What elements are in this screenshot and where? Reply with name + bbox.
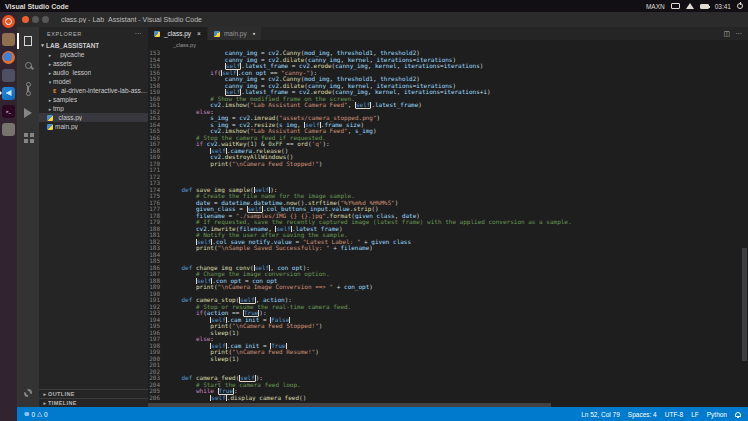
- code-line-206: 206 self.display_camera_feed(): [148, 395, 741, 402]
- explorer-activity-button[interactable]: [17, 29, 39, 53]
- editor-more-actions-icon[interactable]: ⋯: [735, 30, 742, 38]
- workspace-root-row[interactable]: ▾ LAB_ASSISTANT: [39, 40, 148, 50]
- sidebar-title: EXPLORER: [47, 31, 82, 37]
- folder-tmp[interactable]: ▸tmp: [39, 104, 148, 113]
- network-icon[interactable]: [686, 3, 694, 9]
- power-icon[interactable]: [737, 3, 743, 9]
- search-icon: [25, 62, 32, 69]
- sidebar-section-label: OUTLINE: [48, 391, 75, 397]
- extensions-icon: [24, 133, 28, 137]
- tree-item-label: _class.py: [55, 114, 82, 121]
- sidebar-section-outline[interactable]: ▸OUTLINE: [39, 389, 148, 398]
- python-file-icon: [214, 31, 220, 37]
- breadcrumb-file[interactable]: _class.py: [173, 42, 196, 48]
- vscode-window: _class.py - Lab_Assistant - Visual Studi…: [17, 12, 748, 421]
- extensions-activity-button[interactable]: [17, 125, 39, 149]
- run-debug-activity-button[interactable]: [17, 101, 39, 125]
- close-tab-icon[interactable]: ×: [197, 30, 201, 37]
- language-mode[interactable]: Python: [707, 411, 727, 418]
- battery-icon[interactable]: [700, 4, 709, 9]
- line-number: 206: [148, 395, 167, 402]
- file-ai-driven-interactive-lab-assistant...[interactable]: Eai-driven-interactive-lab-assistant...: [39, 86, 148, 95]
- system-indicators: MAXN 03:41: [646, 3, 743, 10]
- ubuntu-dash-icon[interactable]: [1, 14, 16, 28]
- tab-actions: ◫ ⋯: [717, 27, 748, 40]
- unity-launcher: >_: [0, 12, 17, 421]
- tree-item-label: samples: [53, 96, 77, 103]
- python-file-icon: [47, 115, 53, 121]
- source-control-activity-button[interactable]: [17, 77, 39, 101]
- breadcrumb[interactable]: _class.py: [148, 40, 748, 50]
- tab-label: _class.py: [164, 30, 191, 37]
- tree-item-label: main.py: [55, 123, 78, 130]
- sidebar-section-label: TIMELINE: [48, 400, 77, 406]
- tree-item-label: assets: [53, 60, 72, 67]
- tree-item-label: ai-driven-interactive-lab-assistant...: [61, 87, 148, 94]
- python-file-icon: [154, 31, 160, 37]
- file-tree: ▸__pycache__▸assets▸audio_lesson▾modelEa…: [39, 50, 148, 131]
- tree-item-label: audio_lesson: [53, 69, 91, 76]
- dirty-indicator[interactable]: ●: [253, 31, 256, 36]
- warnings-icon: △: [37, 410, 42, 418]
- folder-model[interactable]: ▾model: [39, 77, 148, 86]
- folder-__pycache__[interactable]: ▸__pycache__: [39, 50, 148, 59]
- file-main.py[interactable]: main.py: [39, 122, 148, 131]
- tabs: _class.py×main.py●: [148, 27, 262, 40]
- tab-main.py[interactable]: main.py●: [208, 27, 262, 40]
- editor-area: _class.py×main.py● ◫ ⋯ _class.py 153 can…: [148, 27, 748, 407]
- active-app-menu-title[interactable]: Visual Studio Code: [5, 3, 69, 10]
- cursor-position[interactable]: Ln 52, Col 79: [581, 411, 620, 418]
- git-branch-icon: [27, 84, 29, 94]
- software-icon[interactable]: [1, 68, 16, 82]
- indentation-setting[interactable]: Spaces: 4: [628, 411, 657, 418]
- terminal-icon[interactable]: >_: [1, 104, 16, 118]
- chevron-down-icon: ▾: [39, 42, 46, 48]
- model-file-icon: E: [53, 88, 59, 94]
- keyboard-indicator-icon[interactable]: [671, 3, 680, 9]
- window-titlebar[interactable]: _class.py - Lab_Assistant - Visual Studi…: [17, 12, 748, 27]
- encoding-setting[interactable]: UTF-8: [665, 411, 683, 418]
- text-editor-icon[interactable]: [1, 122, 16, 136]
- window-maximize-button[interactable]: [42, 16, 49, 23]
- window-close-button[interactable]: [22, 16, 29, 23]
- clock[interactable]: 03:41: [715, 3, 731, 10]
- problems-indicator[interactable]: ⊗ 0 △ 0: [24, 410, 48, 418]
- session-user-indicator[interactable]: MAXN: [646, 3, 665, 10]
- tree-item-label: tmp: [53, 105, 64, 112]
- workbench: EXPLORER ⋯ ▾ LAB_ASSISTANT ▸__pycache__▸…: [17, 27, 748, 407]
- sidebar-section-timeline[interactable]: ▸TIMELINE: [39, 398, 148, 407]
- tab-label: main.py: [224, 30, 247, 37]
- tab-_class.py[interactable]: _class.py×: [148, 27, 208, 40]
- file-_class.py[interactable]: _class.py: [39, 113, 148, 122]
- warnings-count: 0: [44, 411, 48, 418]
- system-top-bar: Visual Studio Code MAXN 03:41: [0, 0, 748, 12]
- folder-samples[interactable]: ▸samples: [39, 95, 148, 104]
- sidebar-header: EXPLORER ⋯: [39, 27, 148, 40]
- activity-bar: [17, 27, 39, 407]
- status-bar: ⊗ 0 △ 0 Ln 52, Col 79 Spaces: 4 UTF-8 LF…: [17, 407, 748, 421]
- vscode-icon[interactable]: [1, 86, 16, 100]
- notifications-bell-icon[interactable]: [735, 412, 741, 417]
- files-icon[interactable]: [1, 32, 16, 46]
- search-activity-button[interactable]: [17, 53, 39, 77]
- vertical-scrollbar[interactable]: [741, 50, 748, 403]
- folder-assets[interactable]: ▸assets: [39, 59, 148, 68]
- firefox-icon[interactable]: [1, 50, 16, 64]
- window-minimize-button[interactable]: [32, 16, 39, 23]
- code-text: self.display_camera_feed(): [167, 395, 741, 402]
- folder-audio_lesson[interactable]: ▸audio_lesson: [39, 68, 148, 77]
- errors-count: 0: [31, 411, 35, 418]
- explorer-sidebar: EXPLORER ⋯ ▾ LAB_ASSISTANT ▸__pycache__▸…: [39, 27, 148, 407]
- workspace-root-label: LAB_ASSISTANT: [46, 42, 99, 49]
- explorer-more-actions-icon[interactable]: ⋯: [134, 30, 142, 38]
- gear-icon: [24, 389, 32, 397]
- files-icon: [24, 36, 32, 46]
- vertical-scrollbar-thumb[interactable]: [742, 248, 747, 361]
- tab-bar: _class.py×main.py● ◫ ⋯: [148, 27, 748, 40]
- errors-icon: ⊗: [24, 410, 29, 418]
- split-editor-icon[interactable]: ◫: [723, 30, 730, 38]
- code-editor[interactable]: 153 canny_img = cv2.Canny(mod_img, thres…: [148, 50, 741, 403]
- manage-button[interactable]: [17, 381, 39, 405]
- tree-item-label: model: [53, 78, 71, 85]
- eol-setting[interactable]: LF: [691, 411, 699, 418]
